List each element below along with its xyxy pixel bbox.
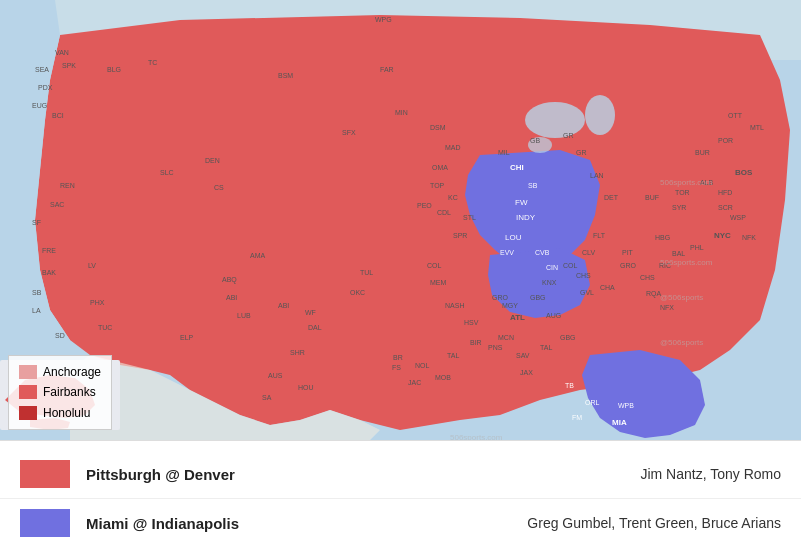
svg-text:BUF: BUF (645, 194, 659, 201)
svg-text:TUC: TUC (98, 324, 112, 331)
svg-text:POR: POR (718, 137, 733, 144)
svg-text:GR: GR (563, 132, 574, 139)
svg-text:@506sports: @506sports (660, 293, 703, 302)
svg-text:CVB: CVB (535, 249, 550, 256)
svg-text:WPG: WPG (375, 16, 392, 23)
svg-text:SB: SB (528, 182, 538, 189)
svg-text:PEO: PEO (417, 202, 432, 209)
svg-text:FS: FS (392, 364, 401, 371)
svg-text:MIL: MIL (498, 149, 510, 156)
svg-text:AUS: AUS (268, 372, 283, 379)
game-row-2: Miami @ Indianapolis Greg Gumbel, Trent … (0, 499, 801, 547)
svg-text:GRO: GRO (620, 262, 637, 269)
svg-text:WPB: WPB (618, 402, 634, 409)
game-commentators-2: Greg Gumbel, Trent Green, Bruce Arians (527, 515, 781, 531)
svg-text:BAK: BAK (42, 269, 56, 276)
svg-text:FW: FW (515, 198, 528, 207)
svg-text:MAD: MAD (445, 144, 461, 151)
svg-text:ABI: ABI (278, 302, 289, 309)
svg-text:SF: SF (32, 219, 41, 226)
legend-item-honolulu: Honolulu (19, 403, 101, 423)
svg-text:MEM: MEM (430, 279, 447, 286)
svg-text:BUR: BUR (695, 149, 710, 156)
svg-text:TAL: TAL (540, 344, 552, 351)
svg-text:TB: TB (565, 382, 574, 389)
svg-text:CS: CS (214, 184, 224, 191)
svg-text:CHS: CHS (576, 272, 591, 279)
svg-text:COL: COL (563, 262, 578, 269)
svg-text:PNS: PNS (488, 344, 503, 351)
svg-text:ELP: ELP (180, 334, 194, 341)
svg-text:DAL: DAL (308, 324, 322, 331)
svg-text:CHA: CHA (600, 284, 615, 291)
svg-text:ATL: ATL (510, 313, 525, 322)
svg-text:SB: SB (32, 289, 42, 296)
svg-text:GRO: GRO (492, 294, 509, 301)
svg-text:STL: STL (463, 214, 476, 221)
svg-text:HBG: HBG (655, 234, 670, 241)
svg-text:NOL: NOL (415, 362, 430, 369)
svg-text:FM: FM (572, 414, 582, 421)
svg-text:NFX: NFX (660, 304, 674, 311)
svg-text:KNX: KNX (542, 279, 557, 286)
svg-text:GVL: GVL (580, 289, 594, 296)
svg-text:AUG: AUG (546, 312, 561, 319)
legend-item-fairbanks: Fairbanks (19, 382, 101, 402)
svg-text:JAX: JAX (520, 369, 533, 376)
svg-text:@506sports: @506sports (660, 338, 703, 347)
svg-text:HFD: HFD (718, 189, 732, 196)
svg-text:GBG: GBG (560, 334, 576, 341)
svg-text:TUL: TUL (360, 269, 373, 276)
svg-text:INDY: INDY (516, 213, 536, 222)
svg-text:CHS: CHS (640, 274, 655, 281)
svg-text:LV: LV (88, 262, 96, 269)
svg-text:SAV: SAV (516, 352, 530, 359)
svg-text:FRE: FRE (42, 247, 56, 254)
svg-text:PHX: PHX (90, 299, 105, 306)
svg-text:506sports.com: 506sports.com (660, 258, 713, 267)
svg-text:JAC: JAC (408, 379, 421, 386)
svg-text:SAC: SAC (50, 201, 64, 208)
legend-item-anchorage: Anchorage (19, 362, 101, 382)
svg-text:GR: GR (576, 149, 587, 156)
svg-text:SHR: SHR (290, 349, 305, 356)
svg-text:BR: BR (393, 354, 403, 361)
legend-swatch-honolulu (19, 406, 37, 420)
game-matchup-1: Pittsburgh @ Denver (86, 466, 306, 483)
svg-text:SFX: SFX (342, 129, 356, 136)
game-swatch-2 (20, 509, 70, 537)
svg-text:BAL: BAL (672, 250, 685, 257)
svg-text:506sports.com: 506sports.com (450, 433, 503, 440)
svg-text:WSP: WSP (730, 214, 746, 221)
svg-text:CIN: CIN (546, 264, 558, 271)
svg-text:FLT: FLT (593, 232, 606, 239)
svg-text:EVV: EVV (500, 249, 514, 256)
svg-text:AMA: AMA (250, 252, 266, 259)
svg-text:MIA: MIA (612, 418, 627, 427)
svg-text:FAR: FAR (380, 66, 394, 73)
svg-text:SA: SA (262, 394, 272, 401)
svg-text:KC: KC (448, 194, 458, 201)
svg-text:NFK: NFK (742, 234, 756, 241)
svg-text:BIR: BIR (470, 339, 482, 346)
svg-text:506sports.com: 506sports.com (660, 178, 713, 187)
svg-text:OKC: OKC (350, 289, 365, 296)
svg-text:BSM: BSM (278, 72, 293, 79)
svg-text:DET: DET (604, 194, 619, 201)
game-row-1: Pittsburgh @ Denver Jim Nantz, Tony Romo (0, 450, 801, 499)
svg-text:SPK: SPK (62, 62, 76, 69)
svg-text:MOB: MOB (435, 374, 451, 381)
svg-text:ORL: ORL (585, 399, 600, 406)
svg-text:TOP: TOP (430, 182, 445, 189)
svg-text:SLC: SLC (160, 169, 174, 176)
svg-text:CLV: CLV (582, 249, 595, 256)
game-commentators-1: Jim Nantz, Tony Romo (640, 466, 781, 482)
legend-label-anchorage: Anchorage (43, 362, 101, 382)
svg-text:TAL: TAL (447, 352, 459, 359)
svg-text:ABQ: ABQ (222, 276, 237, 284)
svg-text:MGY: MGY (502, 302, 518, 309)
svg-text:BLG: BLG (107, 66, 121, 73)
svg-text:SYR: SYR (672, 204, 686, 211)
map-container: VAN SEA SPK PDX EUG BCI TC BLG SLC REN S… (0, 0, 801, 440)
svg-text:VAN: VAN (55, 49, 69, 56)
